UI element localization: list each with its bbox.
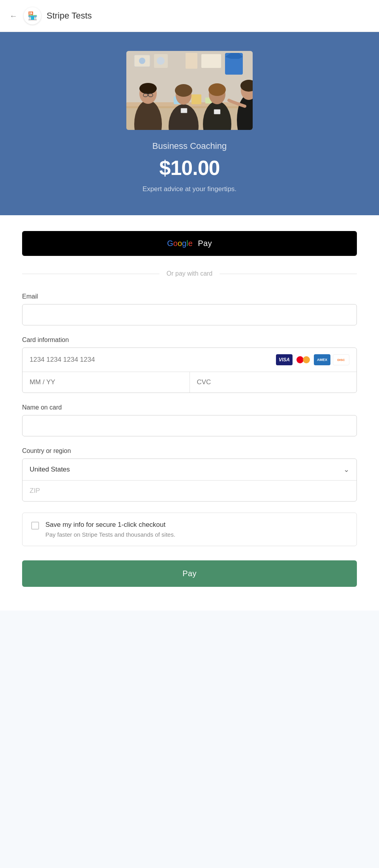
svg-rect-8	[201, 54, 221, 68]
save-info-checkbox[interactable]	[31, 522, 39, 530]
save-info-text: Save my info for secure 1-click checkout…	[45, 521, 348, 538]
hero-image	[126, 51, 253, 130]
divider: Or pay with card	[22, 270, 357, 277]
card-info-container: VISA AMEX DISC	[22, 348, 357, 393]
card-info-field-group: Card information VISA AMEX DISC	[22, 336, 357, 393]
save-info-container: Save my info for secure 1-click checkout…	[22, 513, 357, 546]
card-cvc-input[interactable]	[190, 372, 357, 393]
pay-button[interactable]: Pay	[22, 560, 357, 587]
payment-section: Google Pay Or pay with card Email Card i…	[0, 215, 379, 611]
hero-section: Business Coaching $10.00 Expert advice a…	[0, 32, 379, 215]
zip-input[interactable]	[23, 481, 356, 501]
country-select[interactable]: United States ⌄	[23, 459, 356, 481]
header-bar: ← 🏪 Stripe Tests	[0, 0, 379, 32]
card-expiry-input[interactable]	[23, 372, 190, 393]
svg-point-19	[175, 84, 192, 97]
amex-icon: AMEX	[314, 354, 330, 365]
product-description: Expert advice at your fingertips.	[143, 185, 236, 193]
save-info-title: Save my info for secure 1-click checkout	[45, 521, 348, 529]
svg-point-16	[139, 83, 157, 94]
google-pay-button[interactable]: Google Pay	[22, 231, 357, 256]
name-on-card-label: Name on card	[22, 404, 357, 411]
svg-rect-30	[214, 109, 220, 114]
divider-line-left	[22, 274, 159, 274]
email-input[interactable]	[22, 304, 357, 325]
app-icon: 🏪	[24, 7, 41, 24]
name-on-card-input[interactable]	[22, 415, 357, 436]
svg-point-22	[208, 83, 226, 96]
svg-rect-12	[191, 94, 201, 104]
app-title: Stripe Tests	[47, 11, 92, 21]
card-number-input[interactable]	[30, 356, 276, 364]
email-field-group: Email	[22, 293, 357, 325]
country-value: United States	[30, 466, 343, 473]
card-number-row: VISA AMEX DISC	[23, 348, 356, 372]
google-g-icon: Google	[167, 239, 193, 248]
card-info-label: Card information	[22, 336, 357, 344]
svg-point-2	[139, 58, 145, 64]
google-pay-label: Pay	[198, 239, 212, 248]
card-expiry-cvc-row	[23, 372, 356, 393]
visa-icon: VISA	[276, 354, 293, 365]
email-label: Email	[22, 293, 357, 300]
divider-text: Or pay with card	[167, 270, 212, 277]
product-price: $10.00	[159, 156, 220, 180]
chevron-down-icon: ⌄	[343, 465, 349, 474]
card-icons: VISA AMEX DISC	[276, 354, 349, 365]
svg-rect-7	[186, 53, 197, 69]
country-field-group: Country or region United States ⌄	[22, 447, 357, 502]
divider-line-right	[220, 274, 357, 274]
name-on-card-field-group: Name on card	[22, 404, 357, 436]
country-zip-container: United States ⌄	[22, 458, 357, 502]
svg-point-4	[157, 57, 165, 65]
country-label: Country or region	[22, 447, 357, 455]
discover-icon: DISC	[333, 354, 349, 365]
back-button[interactable]: ←	[9, 11, 17, 21]
save-info-subtitle: Pay faster on Stripe Tests and thousands…	[45, 531, 348, 538]
svg-rect-29	[181, 108, 187, 113]
product-name: Business Coaching	[152, 141, 227, 151]
mastercard-icon	[295, 354, 311, 365]
